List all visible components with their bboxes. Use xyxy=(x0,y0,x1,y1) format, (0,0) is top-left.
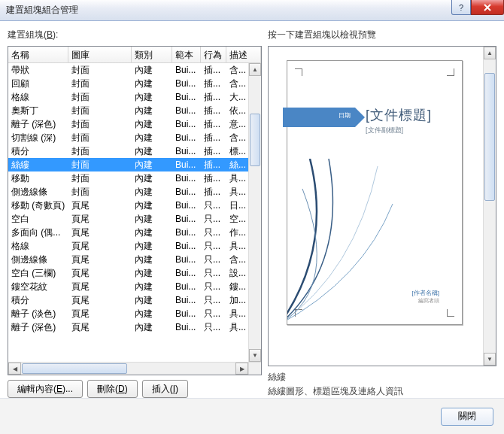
table-row[interactable]: 積分封面內建Bui...插...標... xyxy=(8,144,248,158)
table-row[interactable]: 側邊線條封面內建Bui...插...具... xyxy=(8,185,248,199)
table-row[interactable]: 切割線 (深)封面內建Bui...插...含... xyxy=(8,131,248,144)
horizontal-scrollbar[interactable]: ◀ ▶ xyxy=(8,362,248,375)
scroll-up-icon[interactable]: ▲ xyxy=(484,47,496,59)
cell: 積分 xyxy=(8,144,68,158)
cell: 內建 xyxy=(132,90,172,104)
cell: Bui... xyxy=(172,307,201,320)
cell: 格線 xyxy=(8,239,68,253)
cell: 內建 xyxy=(132,212,172,226)
table-row[interactable]: 格線封面內建Bui...插...大... xyxy=(8,90,248,104)
delete-button[interactable]: 刪除(D) xyxy=(87,380,138,398)
close-icon xyxy=(483,4,492,11)
cell: 插... xyxy=(201,117,226,131)
cell: 內建 xyxy=(132,171,172,185)
table-row[interactable]: 格線頁尾內建Bui...只...具... xyxy=(8,239,248,253)
column-header[interactable]: 行為 xyxy=(201,47,226,62)
insert-button[interactable]: 插入(I) xyxy=(142,380,188,398)
window-buttons: ? xyxy=(451,0,504,15)
table-row[interactable]: 帶狀封面內建Bui...插...含... xyxy=(8,63,248,77)
cell: 大... xyxy=(226,90,248,104)
cell: 插... xyxy=(201,90,226,104)
cell: 空... xyxy=(226,212,248,226)
cell: Bui... xyxy=(172,226,201,239)
cell: 具... xyxy=(226,171,248,185)
scroll-left-icon[interactable]: ◀ xyxy=(8,363,21,375)
help-button[interactable]: ? xyxy=(451,0,471,15)
cell: 內建 xyxy=(132,104,172,117)
cell: 積分 xyxy=(8,293,68,307)
window-title: 建置組塊組合管理 xyxy=(6,4,78,17)
cell: Bui... xyxy=(172,104,201,117)
footer: 關閉 xyxy=(0,398,504,434)
scroll-down-icon[interactable]: ▼ xyxy=(249,349,261,362)
right-panel: 按一下建置組塊以檢視預覽 日期 [文件標題] [文件副標題] [作者名稱] 編寫… xyxy=(268,29,496,398)
list-body[interactable]: 帶狀封面內建Bui...插...含...回顧封面內建Bui...插...含...… xyxy=(8,63,248,334)
column-header[interactable]: 描述 xyxy=(226,47,261,62)
column-header[interactable]: 名稱 xyxy=(8,47,68,62)
cell: 內建 xyxy=(132,253,172,266)
cell: Bui... xyxy=(172,320,201,334)
cell: 內建 xyxy=(132,131,172,144)
cell: 絲... xyxy=(226,158,248,171)
cell: 頁尾 xyxy=(68,280,132,293)
building-blocks-list[interactable]: 名稱圖庫類別範本行為描述 帶狀封面內建Bui...插...含...回顧封面內建B… xyxy=(8,46,262,375)
cell: 移動 xyxy=(8,171,68,185)
cell: 只... xyxy=(201,199,226,212)
cell: 格線 xyxy=(8,90,68,104)
table-row[interactable]: 回顧封面內建Bui...插...含... xyxy=(8,77,248,90)
author-line1: [作者名稱] xyxy=(412,289,439,297)
table-row[interactable]: 積分頁尾內建Bui...只...加... xyxy=(8,293,248,307)
cell: 只... xyxy=(201,239,226,253)
cell: Bui... xyxy=(172,293,201,307)
doc-title: [文件標題] xyxy=(366,106,432,124)
close-button[interactable]: 關閉 xyxy=(441,408,493,426)
column-header[interactable]: 圖庫 xyxy=(68,47,132,62)
table-row[interactable]: 離子 (淡色)頁尾內建Bui...只...具... xyxy=(8,307,248,320)
table-row[interactable]: 空白頁尾內建Bui...只...空... xyxy=(8,212,248,226)
table-row[interactable]: 離子 (深色)封面內建Bui...插...意... xyxy=(8,117,248,131)
cell: 只... xyxy=(201,266,226,280)
close-window-button[interactable] xyxy=(471,0,504,15)
table-row[interactable]: 奧斯丁封面內建Bui...插...依... xyxy=(8,104,248,117)
scroll-down-icon[interactable]: ▼ xyxy=(484,353,496,366)
left-label: 建置組塊(B): xyxy=(8,29,262,41)
list-header[interactable]: 名稱圖庫類別範本行為描述 xyxy=(8,47,261,63)
cell: 封面 xyxy=(68,77,132,90)
edit-button[interactable]: 編輯內容(E)... xyxy=(8,380,83,398)
table-row[interactable]: 側邊線條頁尾內建Bui...只...含... xyxy=(8,253,248,266)
cell: 只... xyxy=(201,320,226,334)
preview-vertical-scrollbar[interactable]: ▲ ▼ xyxy=(483,47,496,366)
column-header[interactable]: 範本 xyxy=(172,47,201,62)
scroll-up-icon[interactable]: ▲ xyxy=(249,63,261,76)
cell: 內建 xyxy=(132,158,172,171)
column-header[interactable]: 類別 xyxy=(132,47,172,62)
table-row[interactable]: 離子 (深色)頁尾內建Bui...只...具... xyxy=(8,320,248,334)
scroll-thumb[interactable] xyxy=(484,73,495,201)
cell: 離子 (淡色) xyxy=(8,307,68,320)
ribbon-shape: 日期 xyxy=(283,108,355,127)
table-row[interactable]: 移動封面內建Bui...插...具... xyxy=(8,171,248,185)
table-row[interactable]: 移動 (奇數頁)頁尾內建Bui...只...日... xyxy=(8,199,248,212)
cell: Bui... xyxy=(172,63,201,77)
cell: 回顧 xyxy=(8,77,68,90)
cell: 離子 (深色) xyxy=(8,117,68,131)
table-row[interactable]: 鏤空花紋頁尾內建Bui...只...鏤... xyxy=(8,280,248,293)
hscroll-thumb[interactable] xyxy=(22,363,127,374)
cell: 只... xyxy=(201,226,226,239)
cell: 插... xyxy=(201,171,226,185)
cell: Bui... xyxy=(172,280,201,293)
vertical-scrollbar[interactable]: ▲ ▼ xyxy=(248,63,261,362)
cell: 封面 xyxy=(68,158,132,171)
cell: 內建 xyxy=(132,63,172,77)
cell: Bui... xyxy=(172,239,201,253)
cell: 內建 xyxy=(132,144,172,158)
table-row[interactable]: 絲縷封面內建Bui...插...絲... xyxy=(8,158,248,171)
cell: 含... xyxy=(226,253,248,266)
cell: 頁尾 xyxy=(68,266,132,280)
table-row[interactable]: 空白 (三欄)頁尾內建Bui...只...設... xyxy=(8,266,248,280)
scroll-thumb[interactable] xyxy=(250,114,260,166)
cell: Bui... xyxy=(172,266,201,280)
table-row[interactable]: 多面向 (偶...頁尾內建Bui...只...作... xyxy=(8,226,248,239)
cell: Bui... xyxy=(172,253,201,266)
scroll-right-icon[interactable]: ▶ xyxy=(235,363,248,375)
